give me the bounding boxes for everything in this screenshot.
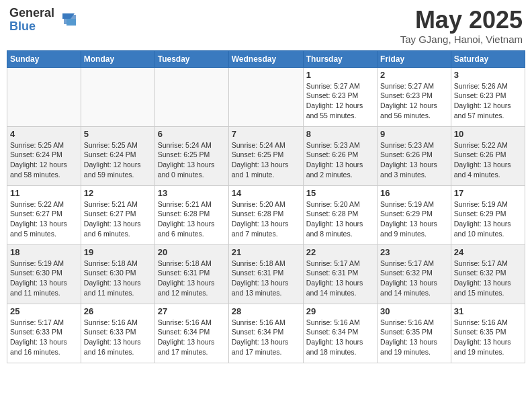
day-info: Sunrise: 5:20 AM Sunset: 6:28 PM Dayligh…	[232, 199, 300, 239]
day-info: Sunrise: 5:27 AM Sunset: 6:23 PM Dayligh…	[380, 81, 448, 121]
day-info: Sunrise: 5:17 AM Sunset: 6:31 PM Dayligh…	[306, 259, 374, 298]
day-info: Sunrise: 5:27 AM Sunset: 6:23 PM Dayligh…	[306, 81, 374, 121]
calendar-cell: 13Sunrise: 5:21 AM Sunset: 6:28 PM Dayli…	[154, 185, 228, 244]
day-number: 31	[454, 306, 522, 316]
day-info: Sunrise: 5:16 AM Sunset: 6:34 PM Dayligh…	[232, 318, 300, 357]
calendar-cell: 26Sunrise: 5:16 AM Sunset: 6:33 PM Dayli…	[81, 304, 154, 363]
calendar-cell: 24Sunrise: 5:17 AM Sunset: 6:32 PM Dayli…	[451, 244, 525, 304]
day-info: Sunrise: 5:16 AM Sunset: 6:33 PM Dayligh…	[84, 318, 152, 357]
day-number: 11	[10, 188, 78, 198]
title-block: May 2025 Tay GJang, Hanoi, Vietnam	[400, 7, 523, 45]
day-info: Sunrise: 5:22 AM Sunset: 6:27 PM Dayligh…	[10, 199, 78, 239]
calendar-cell: 7Sunrise: 5:24 AM Sunset: 6:25 PM Daylig…	[228, 126, 303, 185]
calendar-week-row: 1Sunrise: 5:27 AM Sunset: 6:23 PM Daylig…	[7, 67, 525, 126]
day-number: 20	[158, 247, 226, 257]
svg-marker-2	[66, 19, 76, 26]
day-number: 10	[454, 129, 522, 139]
day-number: 18	[10, 247, 78, 257]
day-info: Sunrise: 5:16 AM Sunset: 6:35 PM Dayligh…	[454, 318, 522, 357]
day-number: 1	[306, 70, 374, 80]
day-info: Sunrise: 5:19 AM Sunset: 6:30 PM Dayligh…	[10, 259, 78, 298]
day-info: Sunrise: 5:16 AM Sunset: 6:35 PM Dayligh…	[380, 318, 448, 357]
day-number: 24	[454, 247, 522, 257]
day-number: 21	[232, 247, 300, 257]
day-number: 2	[380, 70, 448, 80]
page-header: General Blue May 2025 Tay GJang, Hanoi, …	[7, 7, 525, 45]
day-number: 22	[306, 247, 374, 257]
day-number: 28	[232, 306, 300, 316]
day-number: 16	[380, 188, 448, 198]
day-info: Sunrise: 5:18 AM Sunset: 6:31 PM Dayligh…	[158, 259, 226, 298]
calendar-cell: 1Sunrise: 5:27 AM Sunset: 6:23 PM Daylig…	[303, 67, 377, 126]
calendar-cell: 3Sunrise: 5:26 AM Sunset: 6:23 PM Daylig…	[451, 67, 525, 126]
day-info: Sunrise: 5:20 AM Sunset: 6:28 PM Dayligh…	[306, 199, 374, 239]
day-info: Sunrise: 5:23 AM Sunset: 6:26 PM Dayligh…	[380, 140, 448, 180]
day-info: Sunrise: 5:25 AM Sunset: 6:24 PM Dayligh…	[84, 140, 152, 180]
day-number: 12	[84, 188, 152, 198]
calendar-cell: 29Sunrise: 5:16 AM Sunset: 6:34 PM Dayli…	[303, 304, 377, 363]
calendar-cell: 15Sunrise: 5:20 AM Sunset: 6:28 PM Dayli…	[303, 185, 377, 244]
calendar-cell: 9Sunrise: 5:23 AM Sunset: 6:26 PM Daylig…	[378, 126, 451, 185]
day-info: Sunrise: 5:19 AM Sunset: 6:29 PM Dayligh…	[454, 199, 522, 239]
calendar-cell: 12Sunrise: 5:21 AM Sunset: 6:27 PM Dayli…	[81, 185, 154, 244]
logo-general-text: General	[9, 6, 54, 19]
day-number: 27	[158, 306, 226, 316]
calendar-cell: 14Sunrise: 5:20 AM Sunset: 6:28 PM Dayli…	[228, 185, 303, 244]
day-number: 4	[10, 129, 78, 139]
day-number: 9	[380, 129, 448, 139]
calendar-cell: 17Sunrise: 5:19 AM Sunset: 6:29 PM Dayli…	[451, 185, 525, 244]
calendar-title: May 2025	[400, 7, 523, 34]
day-number: 5	[84, 129, 152, 139]
calendar-cell	[81, 67, 154, 126]
calendar-cell: 21Sunrise: 5:18 AM Sunset: 6:31 PM Dayli…	[228, 244, 303, 304]
calendar-cell	[7, 67, 81, 126]
day-info: Sunrise: 5:24 AM Sunset: 6:25 PM Dayligh…	[232, 140, 300, 180]
day-info: Sunrise: 5:19 AM Sunset: 6:29 PM Dayligh…	[380, 199, 448, 239]
day-info: Sunrise: 5:17 AM Sunset: 6:32 PM Dayligh…	[380, 259, 448, 298]
calendar-cell: 25Sunrise: 5:17 AM Sunset: 6:33 PM Dayli…	[7, 304, 81, 363]
logo-icon	[57, 9, 79, 31]
calendar-cell: 8Sunrise: 5:23 AM Sunset: 6:26 PM Daylig…	[303, 126, 377, 185]
day-number: 29	[306, 306, 374, 316]
calendar-cell: 31Sunrise: 5:16 AM Sunset: 6:35 PM Dayli…	[451, 304, 525, 363]
calendar-cell: 22Sunrise: 5:17 AM Sunset: 6:31 PM Dayli…	[303, 244, 377, 304]
calendar-cell: 27Sunrise: 5:16 AM Sunset: 6:34 PM Dayli…	[154, 304, 228, 363]
calendar-week-row: 25Sunrise: 5:17 AM Sunset: 6:33 PM Dayli…	[7, 304, 525, 363]
day-number: 15	[306, 188, 374, 198]
calendar-week-row: 4Sunrise: 5:25 AM Sunset: 6:24 PM Daylig…	[7, 126, 525, 185]
day-number: 8	[306, 129, 374, 139]
day-info: Sunrise: 5:18 AM Sunset: 6:30 PM Dayligh…	[84, 259, 152, 298]
day-info: Sunrise: 5:23 AM Sunset: 6:26 PM Dayligh…	[306, 140, 374, 180]
calendar-cell	[154, 67, 228, 126]
calendar-cell: 5Sunrise: 5:25 AM Sunset: 6:24 PM Daylig…	[81, 126, 154, 185]
calendar-cell: 11Sunrise: 5:22 AM Sunset: 6:27 PM Dayli…	[7, 185, 81, 244]
day-number: 26	[84, 306, 152, 316]
weekday-header-monday: Monday	[81, 50, 154, 67]
weekday-header-saturday: Saturday	[451, 50, 525, 67]
day-info: Sunrise: 5:21 AM Sunset: 6:27 PM Dayligh…	[84, 199, 152, 239]
calendar-week-row: 18Sunrise: 5:19 AM Sunset: 6:30 PM Dayli…	[7, 244, 525, 304]
day-info: Sunrise: 5:17 AM Sunset: 6:33 PM Dayligh…	[10, 318, 78, 357]
day-number: 3	[454, 70, 522, 80]
calendar-table: SundayMondayTuesdayWednesdayThursdayFrid…	[7, 50, 525, 363]
calendar-cell: 28Sunrise: 5:16 AM Sunset: 6:34 PM Dayli…	[228, 304, 303, 363]
calendar-cell: 2Sunrise: 5:27 AM Sunset: 6:23 PM Daylig…	[378, 67, 451, 126]
calendar-cell: 10Sunrise: 5:22 AM Sunset: 6:26 PM Dayli…	[451, 126, 525, 185]
calendar-cell: 4Sunrise: 5:25 AM Sunset: 6:24 PM Daylig…	[7, 126, 81, 185]
logo-blue-text: Blue	[9, 19, 36, 33]
weekday-header-sunday: Sunday	[7, 50, 81, 67]
weekday-header-tuesday: Tuesday	[154, 50, 228, 67]
calendar-cell: 6Sunrise: 5:24 AM Sunset: 6:25 PM Daylig…	[154, 126, 228, 185]
day-info: Sunrise: 5:18 AM Sunset: 6:31 PM Dayligh…	[232, 259, 300, 298]
day-info: Sunrise: 5:16 AM Sunset: 6:34 PM Dayligh…	[158, 318, 226, 357]
day-info: Sunrise: 5:16 AM Sunset: 6:34 PM Dayligh…	[306, 318, 374, 357]
day-number: 25	[10, 306, 78, 316]
day-number: 7	[232, 129, 300, 139]
day-info: Sunrise: 5:25 AM Sunset: 6:24 PM Dayligh…	[10, 140, 78, 180]
weekday-header-wednesday: Wednesday	[228, 50, 303, 67]
calendar-week-row: 11Sunrise: 5:22 AM Sunset: 6:27 PM Dayli…	[7, 185, 525, 244]
day-info: Sunrise: 5:22 AM Sunset: 6:26 PM Dayligh…	[454, 140, 522, 180]
day-info: Sunrise: 5:21 AM Sunset: 6:28 PM Dayligh…	[158, 199, 226, 239]
day-info: Sunrise: 5:26 AM Sunset: 6:23 PM Dayligh…	[454, 81, 522, 121]
day-number: 30	[380, 306, 448, 316]
